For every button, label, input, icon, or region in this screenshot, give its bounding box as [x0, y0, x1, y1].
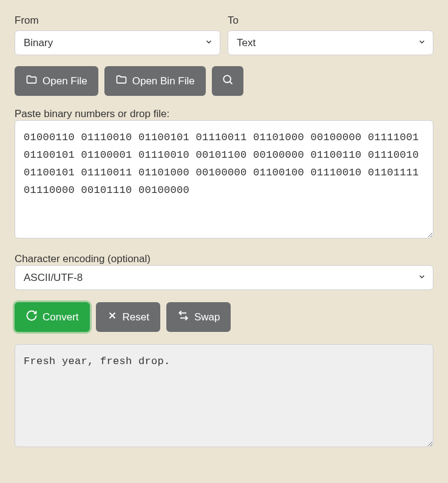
open-file-button[interactable]: Open File — [15, 66, 98, 96]
folder-icon — [25, 73, 38, 89]
to-select[interactable]: Text — [228, 30, 433, 55]
reset-label: Reset — [123, 311, 149, 323]
from-select[interactable]: Binary — [15, 30, 220, 55]
open-bin-file-label: Open Bin File — [132, 75, 195, 87]
svg-point-0 — [223, 75, 231, 83]
from-label: From — [15, 15, 220, 27]
encoding-select[interactable]: ASCII/UTF-8 — [15, 265, 433, 290]
convert-label: Convert — [42, 311, 79, 323]
open-bin-file-button[interactable]: Open Bin File — [104, 66, 206, 96]
search-button[interactable] — [212, 66, 243, 96]
convert-button[interactable]: Convert — [15, 302, 90, 332]
swap-label: Swap — [194, 311, 220, 323]
swap-icon — [177, 309, 189, 325]
swap-button[interactable]: Swap — [166, 302, 231, 332]
refresh-icon — [25, 309, 38, 325]
text-output[interactable]: Fresh year, fresh drop. — [15, 344, 433, 447]
svg-line-1 — [229, 82, 232, 84]
encoding-label: Character encoding (optional) — [15, 253, 151, 265]
folder-icon — [115, 73, 127, 89]
binary-input[interactable]: 01000110 01110010 01100101 01110011 0110… — [15, 120, 433, 238]
reset-button[interactable]: Reset — [96, 302, 160, 332]
input-label: Paste binary numbers or drop file: — [15, 108, 169, 120]
search-icon — [222, 73, 234, 89]
open-file-label: Open File — [42, 75, 87, 87]
close-icon — [107, 310, 118, 324]
to-label: To — [228, 15, 433, 27]
